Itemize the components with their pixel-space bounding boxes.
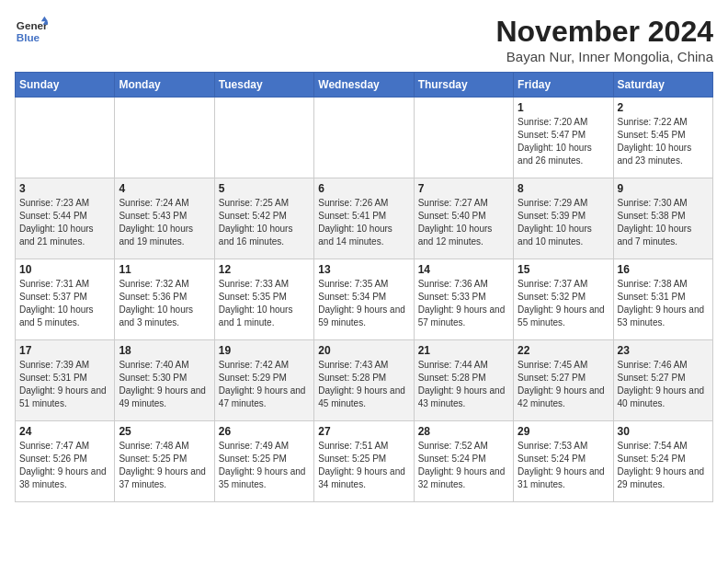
calendar-cell: 5Sunrise: 7:25 AMSunset: 5:42 PMDaylight…: [214, 178, 313, 259]
calendar-cell: 12Sunrise: 7:33 AMSunset: 5:35 PMDayligh…: [214, 259, 313, 340]
calendar-cell: 23Sunrise: 7:46 AMSunset: 5:27 PMDayligh…: [613, 340, 712, 421]
calendar-cell: 8Sunrise: 7:29 AMSunset: 5:39 PMDaylight…: [514, 178, 613, 259]
day-info: Sunrise: 7:22 AMSunset: 5:45 PMDaylight:…: [618, 116, 709, 167]
header-wednesday: Wednesday: [314, 73, 414, 98]
day-number: 2: [618, 101, 709, 114]
day-info: Sunrise: 7:31 AMSunset: 5:37 PMDaylight:…: [19, 278, 110, 329]
day-number: 9: [618, 182, 709, 195]
calendar-cell: 14Sunrise: 7:36 AMSunset: 5:33 PMDayligh…: [414, 259, 513, 340]
calendar-cell: 24Sunrise: 7:47 AMSunset: 5:26 PMDayligh…: [16, 421, 115, 502]
logo-icon: General Blue: [15, 15, 48, 48]
calendar-header: SundayMondayTuesdayWednesdayThursdayFrid…: [16, 73, 713, 98]
day-number: 8: [518, 182, 609, 195]
calendar-week-4: 17Sunrise: 7:39 AMSunset: 5:31 PMDayligh…: [16, 340, 713, 421]
day-info: Sunrise: 7:26 AMSunset: 5:41 PMDaylight:…: [318, 197, 409, 248]
day-number: 1: [518, 101, 609, 114]
calendar-cell: 2Sunrise: 7:22 AMSunset: 5:45 PMDaylight…: [613, 98, 712, 178]
calendar-week-1: 1Sunrise: 7:20 AMSunset: 5:47 PMDaylight…: [16, 98, 713, 178]
day-number: 22: [518, 344, 609, 357]
calendar-cell: 6Sunrise: 7:26 AMSunset: 5:41 PMDaylight…: [314, 178, 414, 259]
day-number: 10: [19, 263, 110, 276]
main-title: November 2024: [495, 15, 713, 49]
header-monday: Monday: [115, 73, 214, 98]
day-info: Sunrise: 7:20 AMSunset: 5:47 PMDaylight:…: [518, 116, 609, 167]
day-number: 13: [318, 263, 409, 276]
day-info: Sunrise: 7:24 AMSunset: 5:43 PMDaylight:…: [119, 197, 210, 248]
day-number: 11: [119, 263, 210, 276]
day-number: 4: [119, 182, 210, 195]
header-tuesday: Tuesday: [214, 73, 313, 98]
day-info: Sunrise: 7:43 AMSunset: 5:28 PMDaylight:…: [318, 359, 409, 410]
calendar-table: SundayMondayTuesdayWednesdayThursdayFrid…: [15, 72, 713, 502]
day-number: 25: [119, 425, 210, 438]
day-number: 21: [418, 344, 509, 357]
day-info: Sunrise: 7:53 AMSunset: 5:24 PMDaylight:…: [518, 440, 609, 491]
day-info: Sunrise: 7:54 AMSunset: 5:24 PMDaylight:…: [618, 440, 709, 491]
calendar-cell: 28Sunrise: 7:52 AMSunset: 5:24 PMDayligh…: [414, 421, 513, 502]
day-number: 6: [318, 182, 409, 195]
calendar-week-5: 24Sunrise: 7:47 AMSunset: 5:26 PMDayligh…: [16, 421, 713, 502]
calendar-cell: 15Sunrise: 7:37 AMSunset: 5:32 PMDayligh…: [514, 259, 613, 340]
day-number: 7: [418, 182, 509, 195]
day-number: 27: [318, 425, 409, 438]
day-number: 12: [219, 263, 310, 276]
day-info: Sunrise: 7:42 AMSunset: 5:29 PMDaylight:…: [219, 359, 310, 410]
day-info: Sunrise: 7:51 AMSunset: 5:25 PMDaylight:…: [318, 440, 409, 491]
calendar-cell: [214, 98, 313, 178]
calendar-cell: 4Sunrise: 7:24 AMSunset: 5:43 PMDaylight…: [115, 178, 214, 259]
day-info: Sunrise: 7:40 AMSunset: 5:30 PMDaylight:…: [119, 359, 210, 410]
day-number: 30: [618, 425, 709, 438]
calendar-cell: [115, 98, 214, 178]
day-number: 14: [418, 263, 509, 276]
day-number: 26: [219, 425, 310, 438]
calendar-week-3: 10Sunrise: 7:31 AMSunset: 5:37 PMDayligh…: [16, 259, 713, 340]
day-number: 23: [618, 344, 709, 357]
calendar-cell: 17Sunrise: 7:39 AMSunset: 5:31 PMDayligh…: [16, 340, 115, 421]
calendar-cell: 7Sunrise: 7:27 AMSunset: 5:40 PMDaylight…: [414, 178, 513, 259]
day-info: Sunrise: 7:39 AMSunset: 5:31 PMDaylight:…: [19, 359, 110, 410]
day-number: 3: [19, 182, 110, 195]
day-number: 20: [318, 344, 409, 357]
header-saturday: Saturday: [613, 73, 712, 98]
page-header: General Blue November 2024 Bayan Nur, In…: [15, 15, 713, 64]
day-info: Sunrise: 7:52 AMSunset: 5:24 PMDaylight:…: [418, 440, 509, 491]
calendar-cell: 10Sunrise: 7:31 AMSunset: 5:37 PMDayligh…: [16, 259, 115, 340]
day-info: Sunrise: 7:48 AMSunset: 5:25 PMDaylight:…: [119, 440, 210, 491]
day-info: Sunrise: 7:36 AMSunset: 5:33 PMDaylight:…: [418, 278, 509, 329]
calendar-week-2: 3Sunrise: 7:23 AMSunset: 5:44 PMDaylight…: [16, 178, 713, 259]
header-friday: Friday: [514, 73, 613, 98]
calendar-body: 1Sunrise: 7:20 AMSunset: 5:47 PMDaylight…: [16, 98, 713, 502]
calendar-cell: 21Sunrise: 7:44 AMSunset: 5:28 PMDayligh…: [414, 340, 513, 421]
calendar-cell: 9Sunrise: 7:30 AMSunset: 5:38 PMDaylight…: [613, 178, 712, 259]
day-number: 18: [119, 344, 210, 357]
calendar-cell: 26Sunrise: 7:49 AMSunset: 5:25 PMDayligh…: [214, 421, 313, 502]
day-number: 28: [418, 425, 509, 438]
day-number: 19: [219, 344, 310, 357]
day-info: Sunrise: 7:33 AMSunset: 5:35 PMDaylight:…: [219, 278, 310, 329]
day-info: Sunrise: 7:23 AMSunset: 5:44 PMDaylight:…: [19, 197, 110, 248]
calendar-cell: 20Sunrise: 7:43 AMSunset: 5:28 PMDayligh…: [314, 340, 414, 421]
title-area: November 2024 Bayan Nur, Inner Mongolia,…: [495, 15, 713, 64]
calendar-cell: 27Sunrise: 7:51 AMSunset: 5:25 PMDayligh…: [314, 421, 414, 502]
day-info: Sunrise: 7:29 AMSunset: 5:39 PMDaylight:…: [518, 197, 609, 248]
header-row: SundayMondayTuesdayWednesdayThursdayFrid…: [16, 73, 713, 98]
day-number: 16: [618, 263, 709, 276]
day-number: 24: [19, 425, 110, 438]
calendar-cell: [16, 98, 115, 178]
calendar-cell: 3Sunrise: 7:23 AMSunset: 5:44 PMDaylight…: [16, 178, 115, 259]
calendar-cell: 16Sunrise: 7:38 AMSunset: 5:31 PMDayligh…: [613, 259, 712, 340]
calendar-cell: 18Sunrise: 7:40 AMSunset: 5:30 PMDayligh…: [115, 340, 214, 421]
calendar-cell: 11Sunrise: 7:32 AMSunset: 5:36 PMDayligh…: [115, 259, 214, 340]
calendar-cell: 19Sunrise: 7:42 AMSunset: 5:29 PMDayligh…: [214, 340, 313, 421]
calendar-cell: 29Sunrise: 7:53 AMSunset: 5:24 PMDayligh…: [514, 421, 613, 502]
day-info: Sunrise: 7:27 AMSunset: 5:40 PMDaylight:…: [418, 197, 509, 248]
day-info: Sunrise: 7:46 AMSunset: 5:27 PMDaylight:…: [618, 359, 709, 410]
day-number: 17: [19, 344, 110, 357]
calendar-cell: 30Sunrise: 7:54 AMSunset: 5:24 PMDayligh…: [613, 421, 712, 502]
calendar-cell: [414, 98, 513, 178]
day-info: Sunrise: 7:30 AMSunset: 5:38 PMDaylight:…: [618, 197, 709, 248]
logo: General Blue: [15, 15, 48, 48]
day-info: Sunrise: 7:35 AMSunset: 5:34 PMDaylight:…: [318, 278, 409, 329]
day-number: 5: [219, 182, 310, 195]
day-info: Sunrise: 7:25 AMSunset: 5:42 PMDaylight:…: [219, 197, 310, 248]
